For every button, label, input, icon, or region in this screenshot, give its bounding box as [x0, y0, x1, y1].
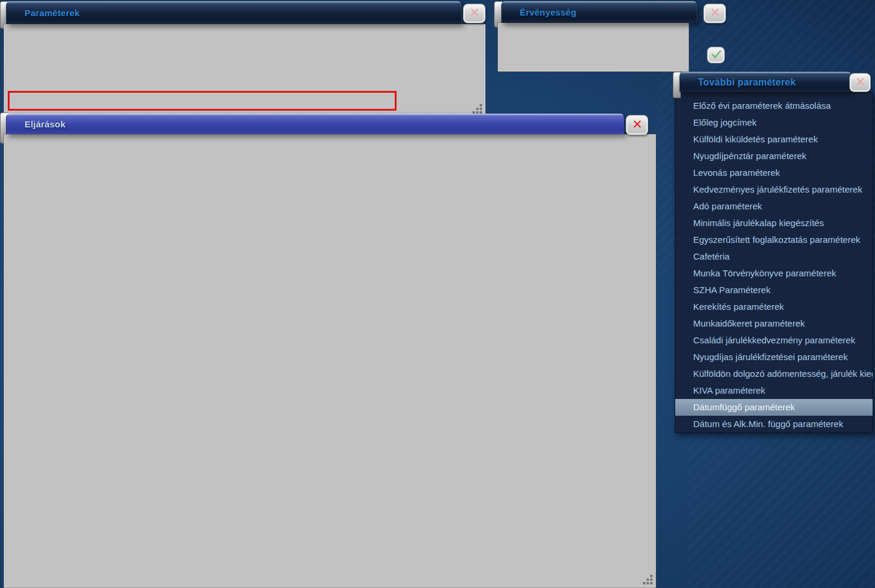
menu-item-label: Dátum és Alk.Min. függő paraméterek — [693, 419, 843, 429]
desktop: Paraméterek Érvényess... Vége Modul ▲Kód — [0, 0, 875, 588]
menu-item-label: Kerekítés paraméterek — [693, 301, 784, 312]
menu-item-label: Külföldi kiküldetés paraméterek — [693, 134, 818, 144]
menu-item-label: Külföldön dolgozó adómentesség, járulék … — [693, 368, 873, 379]
menu-item-label: Kedvezményes járulékfizetés paraméterek — [693, 184, 862, 194]
menu-item[interactable]: Levonás paraméterek — [675, 164, 873, 181]
window-eljarasok: Eljárások Eljárás Saját beállítás Dátum … — [0, 112, 658, 588]
menu-item-label: Nyugdíjpénztár paraméterek — [693, 151, 806, 161]
menu-item-label: Előleg jogcímek — [693, 117, 757, 127]
close-icon — [632, 118, 643, 132]
resize-grip[interactable] — [650, 582, 653, 584]
menu-item[interactable]: Kerekítés paraméterek — [675, 298, 873, 315]
menu-item[interactable]: KIVA paraméterek — [675, 382, 873, 399]
menu-item[interactable]: Családi járulékkedvezmény paraméterek — [675, 332, 873, 349]
tovabbi-titlebar[interactable]: További paraméterek — [679, 72, 852, 92]
menu-item[interactable]: Külföldön dolgozó adómentesség, járulék … — [675, 365, 873, 382]
menu-item-label: Munka Törvénykönyve paraméterek — [693, 268, 836, 278]
window-tovabbi-parameterek: További paraméterek Előző évi paramétere… — [673, 71, 875, 434]
ervenyesseg-body — [498, 23, 689, 72]
menu-item[interactable]: Cafetéria — [675, 248, 873, 265]
menu-item[interactable]: SZHA Paraméterek — [675, 282, 873, 298]
menu-item[interactable]: Munkaidőkeret paraméterek — [675, 315, 873, 332]
menu-item[interactable]: Nyugdíjpénztár paraméterek — [675, 148, 873, 164]
menu-item-label: KIVA paraméterek — [693, 385, 766, 395]
menu-item[interactable]: Előző évi paraméterek átmásolása — [675, 98, 873, 114]
menu-item-label: Előző évi paraméterek átmásolása — [693, 100, 831, 111]
close-icon — [469, 7, 480, 20]
menu-item[interactable]: Egyszerűsített foglalkoztatás paramétere… — [675, 231, 873, 248]
menu-item-label: Munkaidőkeret paraméterek — [693, 318, 805, 328]
tovabbi-menu-list: Előző évi paraméterek átmásolása Előleg … — [675, 98, 873, 432]
eljarasok-body — [4, 134, 656, 588]
window-ervenyesseg: Érvényesség Érvényesség: 23.12 ▼ - 23.12… — [494, 1, 731, 72]
eljarasok-close-button[interactable] — [626, 115, 648, 135]
menu-item[interactable]: Dátum és Alk.Min. függő paraméterek — [675, 416, 873, 432]
menu-item[interactable]: Kedvezményes járulékfizetés paraméterek — [675, 181, 873, 198]
ervenyesseg-title: Érvényesség — [520, 7, 577, 17]
menu-item-label: Egyszerűsített foglalkoztatás paramétere… — [693, 234, 860, 245]
menu-item-label: Nyugdíjas járulékfizetései paraméterek — [693, 352, 847, 362]
window-parameterek: Paraméterek Érvényess... Vége Modul ▲Kód — [0, 1, 488, 116]
ervenyesseg-titlebar[interactable]: Érvényesség — [501, 1, 697, 23]
menu-item[interactable]: Dátumfüggő paraméterek — [675, 399, 873, 416]
menu-item-label: Családi járulékkedvezmény paraméterek — [693, 335, 855, 345]
menu-item-label: SZHA Paraméterek — [693, 285, 770, 295]
ervenyesseg-close-button[interactable] — [703, 4, 726, 23]
eljarasok-title: Eljárások — [25, 119, 66, 129]
menu-item[interactable]: Nyugdíjas járulékfizetései paraméterek — [675, 349, 873, 365]
menu-item[interactable]: Előleg jogcímek — [675, 114, 873, 131]
tovabbi-title: További paraméterek — [698, 77, 796, 88]
check-icon — [710, 48, 722, 63]
menu-item[interactable]: Külföldi kiküldetés paraméterek — [675, 131, 873, 148]
highlight-rectangle — [8, 91, 397, 111]
menu-item-label: Cafetéria — [693, 251, 730, 261]
close-icon — [709, 7, 721, 20]
menu-item[interactable]: Munka Törvénykönyve paraméterek — [675, 265, 873, 282]
confirm-button[interactable] — [707, 47, 725, 63]
parameterek-title: Paraméterek — [25, 8, 80, 18]
tovabbi-menu-body: Előző évi paraméterek átmásolása Előleg … — [675, 92, 873, 433]
menu-item-label: Adó paraméterek — [693, 201, 762, 211]
menu-item-label: Minimális járulékalap kiegészítés — [693, 218, 824, 228]
menu-item-label: Dátumfüggő paraméterek — [693, 402, 795, 412]
menu-item-label: Levonás paraméterek — [693, 167, 780, 178]
eljarasok-titlebar[interactable]: Eljárások — [6, 114, 624, 134]
menu-item[interactable]: Minimális járulékalap kiegészítés — [675, 215, 873, 231]
parameterek-close-button[interactable] — [463, 4, 486, 23]
menu-item[interactable]: Adó paraméterek — [675, 198, 873, 215]
tovabbi-close-button[interactable] — [849, 73, 871, 92]
close-icon — [855, 76, 866, 90]
parameterek-titlebar[interactable]: Paraméterek — [6, 1, 462, 24]
